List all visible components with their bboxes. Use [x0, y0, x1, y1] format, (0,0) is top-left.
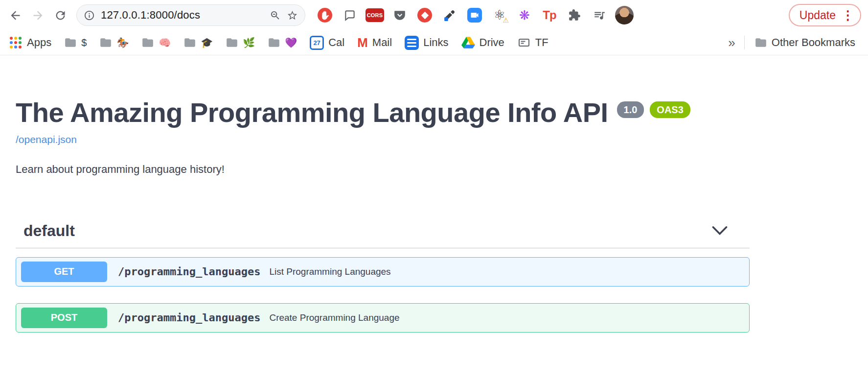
folder-icon [64, 36, 77, 49]
bookmark-folder-4[interactable]: 🎓 [179, 34, 218, 51]
bookmark-links[interactable]: Links [400, 34, 453, 52]
extensions-area: ✋ CORS ⚛ ⚠ ❋ Tp [317, 7, 607, 23]
section-default-header[interactable]: default [16, 222, 750, 248]
zoom-app-extension-icon[interactable] [467, 7, 482, 23]
stop-hand-extension-icon[interactable]: ✋ [317, 7, 333, 23]
bookmark-mail-label: Mail [372, 36, 392, 49]
site-info-icon[interactable] [84, 10, 95, 21]
warning-icon: ⚠ [503, 16, 509, 24]
other-bookmarks-label: Other Bookmarks [772, 36, 855, 49]
bookmark-tf[interactable]: TF [512, 34, 553, 51]
bookmark-folder-6[interactable]: 💜 [263, 34, 302, 51]
bookmark-apps[interactable]: Apps [5, 34, 56, 51]
method-badge: GET [21, 262, 107, 282]
api-description: Learn about programming language history… [16, 163, 868, 176]
chat-bubble-extension-icon[interactable] [342, 7, 358, 23]
bookmark-calendar[interactable]: 27 Cal [305, 34, 349, 52]
reload-button[interactable] [49, 4, 71, 26]
bookmark-drive-label: Drive [480, 36, 504, 49]
extensions-puzzle-icon[interactable] [567, 7, 582, 23]
bookmark-apps-label: Apps [27, 36, 51, 49]
url-text[interactable]: 127.0.0.1:8000/docs [101, 9, 264, 22]
pocket-extension-icon[interactable] [392, 7, 408, 23]
swagger-docs-page: The Amazing Programming Language Info AP… [0, 97, 868, 333]
drive-icon [461, 36, 475, 49]
oas3-badge: OAS3 [650, 101, 690, 118]
forward-button[interactable] [26, 4, 49, 26]
bookmark-folder-2[interactable]: 🏇 [94, 34, 134, 51]
other-bookmarks[interactable]: Other Bookmarks [750, 34, 860, 51]
folder-emoji: 🌿 [243, 38, 255, 48]
update-button[interactable]: Update ⋮ [789, 4, 861, 26]
folder-icon [141, 36, 154, 49]
apps-grid-icon [10, 37, 22, 48]
method-badge: POST [21, 308, 107, 328]
bookmark-calendar-label: Cal [328, 36, 344, 49]
folder-emoji: 🎓 [201, 38, 213, 48]
endpoint-summary: List Programming Languages [269, 266, 390, 277]
endpoint-path: /programming_languages [118, 311, 260, 324]
tf-icon [517, 37, 531, 48]
bookmark-folder-1[interactable]: $ [59, 34, 91, 51]
bookmark-folder-3[interactable]: 🧠 [137, 34, 176, 51]
folder-emoji: $ [81, 38, 87, 48]
links-icon [405, 36, 419, 50]
folder-emoji: 💜 [285, 38, 297, 48]
endpoint-summary: Create Programming Language [269, 312, 399, 323]
back-button[interactable] [4, 4, 26, 26]
address-bar[interactable]: 127.0.0.1:8000/docs [76, 4, 305, 26]
endpoint-post-programming-languages[interactable]: POST /programming_languages Create Progr… [16, 303, 750, 333]
folder-emoji: 🏇 [116, 38, 129, 48]
react-devtools-extension-icon[interactable]: ⚛ ⚠ [492, 7, 507, 23]
eyedropper-extension-icon[interactable] [442, 7, 457, 23]
bookmark-drive[interactable]: Drive [457, 34, 509, 51]
forward-arrow-icon [31, 9, 45, 22]
update-label: Update [799, 9, 836, 22]
bookmarks-separator [744, 36, 745, 49]
bookmarks-bar: Apps $ 🏇 🧠 🎓 🌿 💜 27 Cal M Mail Links [0, 30, 868, 55]
endpoint-get-programming-languages[interactable]: GET /programming_languages List Programm… [16, 257, 750, 286]
calendar-icon: 27 [310, 36, 324, 50]
media-controls-icon[interactable] [592, 7, 607, 23]
back-arrow-icon [9, 9, 22, 22]
cors-extension-icon[interactable]: CORS [367, 7, 383, 23]
zoom-icon[interactable] [270, 10, 281, 21]
folder-icon [268, 36, 280, 49]
bookmark-tf-label: TF [535, 36, 548, 49]
folder-emoji: 🧠 [159, 38, 171, 48]
folder-icon [99, 36, 112, 49]
profile-avatar[interactable] [615, 6, 634, 24]
section-title: default [23, 222, 75, 240]
endpoint-path: /programming_languages [118, 265, 260, 278]
chevron-down-icon[interactable] [712, 226, 728, 236]
gmail-icon: M [357, 36, 368, 49]
page-title: The Amazing Programming Language Info AP… [16, 97, 608, 128]
bookmark-folder-5[interactable]: 🌿 [221, 34, 260, 51]
folder-icon [183, 36, 196, 49]
bookmarks-overflow-chevron[interactable]: » [724, 35, 739, 50]
folder-icon [226, 36, 238, 49]
browser-menu-icon[interactable]: ⋮ [842, 9, 854, 22]
reload-icon [54, 9, 67, 22]
openapi-json-link[interactable]: /openapi.json [16, 134, 77, 145]
bookmark-links-label: Links [423, 36, 448, 49]
bookmark-mail[interactable]: M Mail [352, 34, 397, 51]
browser-toolbar: 127.0.0.1:8000/docs ✋ CORS ⚛ ⚠ ❋ [0, 0, 868, 30]
bookmark-star-icon[interactable] [287, 10, 298, 21]
folder-icon [754, 36, 767, 49]
version-badge: 1.0 [617, 101, 644, 118]
red-badge-extension-icon[interactable] [417, 7, 433, 23]
tp-extension-icon[interactable]: Tp [542, 7, 557, 23]
purple-flower-extension-icon[interactable]: ❋ [517, 7, 532, 23]
